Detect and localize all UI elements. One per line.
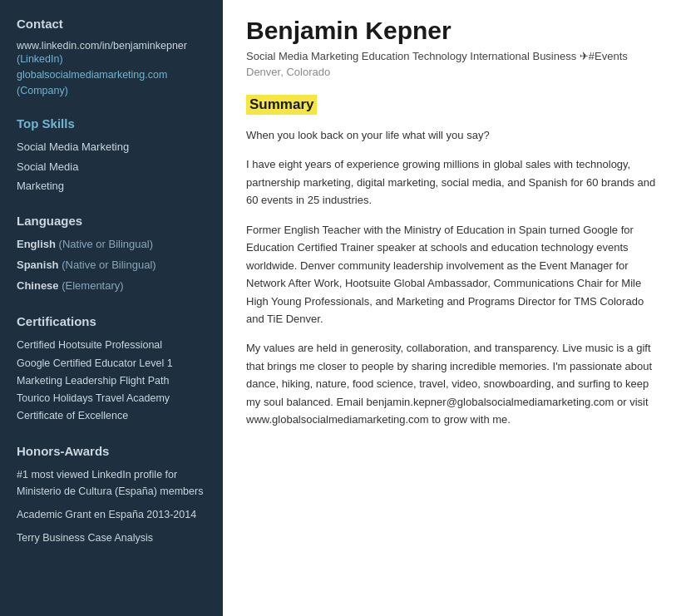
summary-title: Summary	[246, 95, 317, 115]
summary-para-1: When you look back on your life what wil…	[246, 126, 658, 144]
cert-google: Google Certified Educator Level 1	[17, 355, 206, 372]
summary-para-3: Former English Teacher with the Ministry…	[246, 221, 658, 328]
honors-title: Honors-Awards	[17, 444, 206, 458]
cert-hootsuite: Certified Hootsuite Professional	[17, 337, 206, 354]
language-spanish: Spanish (Native or Bilingual)	[17, 255, 206, 276]
contact-title: Contact	[17, 17, 206, 31]
language-english: English (Native or Bilingual)	[17, 234, 206, 255]
cert-tourico: Tourico Holidays Travel Academy Certific…	[17, 390, 206, 426]
top-skills-section: Top Skills Social Media Marketing Social…	[17, 116, 206, 195]
skill-social-media: Social Media	[17, 157, 206, 176]
honor-terry: Terry Business Case Analysis	[17, 530, 206, 546]
profile-header: Benjamin Kepner Social Media Marketing E…	[246, 17, 658, 78]
languages-title: Languages	[17, 214, 206, 228]
certifications-title: Certifications	[17, 314, 206, 328]
profile-name: Benjamin Kepner	[246, 17, 658, 45]
honor-linkedin: #1 most viewed LinkedIn profile for Mini…	[17, 466, 206, 500]
contact-section: Contact www.linkedin.com/in/benjaminkepn…	[17, 17, 206, 98]
summary-para-2: I have eight years of experience growing…	[246, 155, 658, 209]
skill-social-media-marketing: Social Media Marketing	[17, 137, 206, 156]
profile-headline: Social Media Marketing Education Technol…	[246, 50, 658, 62]
company-label[interactable]: (Company)	[17, 83, 206, 99]
profile-location: Denver, Colorado	[246, 66, 658, 78]
certifications-section: Certifications Certified Hootsuite Profe…	[17, 314, 206, 425]
company-url[interactable]: globalsocialmediamarketing.com	[17, 67, 206, 83]
honor-grant: Academic Grant en España 2013-2014	[17, 506, 206, 523]
main-content: Benjamin Kepner Social Media Marketing E…	[223, 0, 681, 616]
languages-section: Languages English (Native or Bilingual) …	[17, 214, 206, 296]
linkedin-url: www.linkedin.com/in/benjaminkepner	[17, 40, 187, 52]
top-skills-title: Top Skills	[17, 116, 206, 131]
linkedin-link[interactable]: (LinkedIn)	[17, 52, 206, 67]
language-chinese: Chinese (Elementary)	[17, 276, 206, 297]
summary-para-4: My values are held in generosity, collab…	[246, 339, 658, 428]
skill-marketing: Marketing	[17, 176, 206, 195]
summary-section: Summary When you look back on your life …	[246, 95, 658, 429]
sidebar: Contact www.linkedin.com/in/benjaminkepn…	[0, 0, 223, 616]
honors-section: Honors-Awards #1 most viewed LinkedIn pr…	[17, 444, 206, 546]
cert-marketing-leadership: Marketing Leadership Flight Path	[17, 372, 206, 390]
